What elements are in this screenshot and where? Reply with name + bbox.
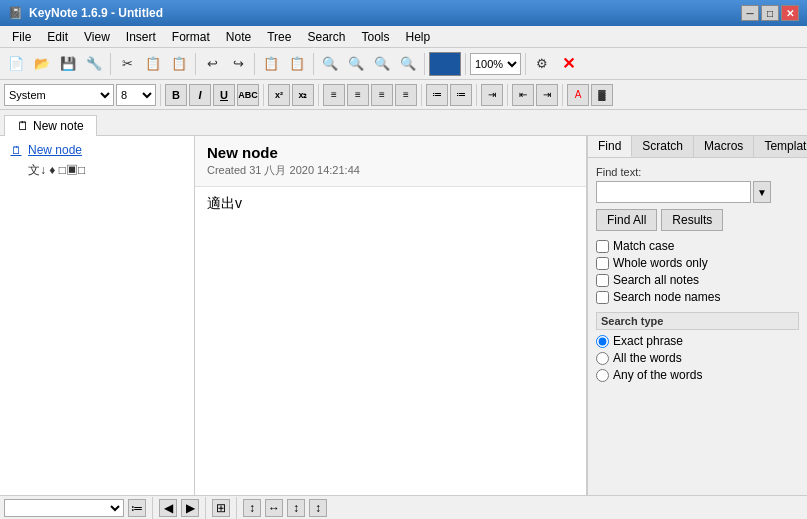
align-right-button[interactable]: ≡: [371, 84, 393, 106]
find4-button[interactable]: 🔍: [396, 52, 420, 76]
close-button[interactable]: ✕: [781, 5, 799, 21]
find3-button[interactable]: 🔍: [370, 52, 394, 76]
font-color-button[interactable]: A: [567, 84, 589, 106]
align-center-button[interactable]: ≡: [347, 84, 369, 106]
find-tab-find[interactable]: Find: [588, 136, 632, 157]
sep2: [195, 53, 196, 75]
tab-nav-button1[interactable]: ↕: [243, 499, 261, 517]
node-icon: 🗒: [8, 142, 24, 158]
toolbar-config-button[interactable]: ⚙: [530, 52, 554, 76]
find-tab-macros[interactable]: Macros: [694, 136, 754, 157]
properties-button[interactable]: 🔧: [82, 52, 106, 76]
indent-button2[interactable]: ⇤: [512, 84, 534, 106]
checkbox-search-all-notes: Search all notes: [596, 273, 799, 287]
nav-style-button[interactable]: ≔: [128, 499, 146, 517]
close-note-button[interactable]: ✕: [556, 52, 580, 76]
find-input[interactable]: [596, 181, 751, 203]
tab-grid-button[interactable]: ⊞: [212, 499, 230, 517]
tree-panel: 🗒 New node 文↓ ♦ □▣□: [0, 136, 195, 495]
menu-insert[interactable]: Insert: [118, 28, 164, 46]
redo-button[interactable]: ↪: [226, 52, 250, 76]
align-justify-button[interactable]: ≡: [395, 84, 417, 106]
checkbox-whole-words-label: Whole words only: [613, 256, 708, 270]
size-select[interactable]: 8: [116, 84, 156, 106]
menu-file[interactable]: File: [4, 28, 39, 46]
color-button[interactable]: [429, 52, 461, 76]
results-button[interactable]: Results: [661, 209, 723, 231]
menu-tools[interactable]: Tools: [353, 28, 397, 46]
copy-button[interactable]: 📋: [141, 52, 165, 76]
find-all-button[interactable]: Find All: [596, 209, 657, 231]
radio-exact-phrase-input[interactable]: [596, 335, 609, 348]
paste-button[interactable]: 📋: [167, 52, 191, 76]
strikethrough-button[interactable]: ABC: [237, 84, 259, 106]
save-button[interactable]: 💾: [56, 52, 80, 76]
cut-button[interactable]: ✂: [115, 52, 139, 76]
app-icon: 📓: [8, 6, 23, 20]
checkbox-match-case-input[interactable]: [596, 240, 609, 253]
indent-button3[interactable]: ⇥: [536, 84, 558, 106]
nav-left-button[interactable]: ◀: [159, 499, 177, 517]
tab-new-note[interactable]: 🗒 New note: [4, 115, 97, 136]
toolbar1: 📄 📂 💾 🔧 ✂ 📋 📋 ↩ ↪ 📋 📋 🔍 🔍 🔍 🔍 100% 75% 1…: [0, 48, 807, 80]
checkbox-search-all-notes-label: Search all notes: [613, 273, 699, 287]
find-tabs: Find Scratch Macros Templates ◀ ▶: [588, 136, 807, 158]
paste-special-button[interactable]: 📋: [259, 52, 283, 76]
tab-nav-button2[interactable]: ↔: [265, 499, 283, 517]
tree-node-new-node[interactable]: 🗒 New node: [4, 140, 190, 160]
bullet-list-button[interactable]: ≔: [426, 84, 448, 106]
sep-t2-4: [421, 84, 422, 106]
italic-button[interactable]: I: [189, 84, 211, 106]
radio-all-words-input[interactable]: [596, 352, 609, 365]
checkbox-search-node-names-label: Search node names: [613, 290, 720, 304]
find-tab-templates[interactable]: Templates: [754, 136, 807, 157]
tree-node-label: New node: [28, 143, 82, 157]
menu-note[interactable]: Note: [218, 28, 259, 46]
menu-search[interactable]: Search: [299, 28, 353, 46]
find-button[interactable]: 🔍: [318, 52, 342, 76]
note-title: New node: [207, 144, 574, 161]
new-button[interactable]: 📄: [4, 52, 28, 76]
find-tab-scratch[interactable]: Scratch: [632, 136, 694, 157]
checkbox-search-node-names-input[interactable]: [596, 291, 609, 304]
open-button[interactable]: 📂: [30, 52, 54, 76]
menu-edit[interactable]: Edit: [39, 28, 76, 46]
find2-button[interactable]: 🔍: [344, 52, 368, 76]
tab-nav-button3[interactable]: ↕: [287, 499, 305, 517]
maximize-button[interactable]: □: [761, 5, 779, 21]
menu-help[interactable]: Help: [398, 28, 439, 46]
subscript-button[interactable]: x₂: [292, 84, 314, 106]
numbered-list-button[interactable]: ≔: [450, 84, 472, 106]
radio-all-words: All the words: [596, 351, 799, 365]
sep-t2-5: [476, 84, 477, 106]
menu-tree[interactable]: Tree: [259, 28, 299, 46]
tab-nav-button4[interactable]: ↕: [309, 499, 327, 517]
note-body[interactable]: 適出v: [195, 187, 586, 221]
status-dropdown[interactable]: [4, 499, 124, 517]
font-select[interactable]: System: [4, 84, 114, 106]
toolbar2: System 8 B I U ABC x² x₂ ≡ ≡ ≡ ≡ ≔ ≔ ⇥ ⇤…: [0, 80, 807, 110]
arrow-annotation: [195, 187, 586, 221]
align-left-button[interactable]: ≡: [323, 84, 345, 106]
checkbox-search-all-notes-input[interactable]: [596, 274, 609, 287]
zoom-control[interactable]: 100% 75% 125%: [470, 53, 521, 75]
app-title: KeyNote 1.6.9 - Untitled: [29, 6, 163, 20]
nav-right-button[interactable]: ▶: [181, 499, 199, 517]
paste2-button[interactable]: 📋: [285, 52, 309, 76]
undo-button[interactable]: ↩: [200, 52, 224, 76]
window-controls: ─ □ ✕: [741, 5, 799, 21]
bold-button[interactable]: B: [165, 84, 187, 106]
zoom-select[interactable]: 100% 75% 125%: [470, 53, 521, 75]
checkbox-whole-words-input[interactable]: [596, 257, 609, 270]
menu-format[interactable]: Format: [164, 28, 218, 46]
superscript-button[interactable]: x²: [268, 84, 290, 106]
underline-button[interactable]: U: [213, 84, 235, 106]
checkbox-search-node-names: Search node names: [596, 290, 799, 304]
menu-view[interactable]: View: [76, 28, 118, 46]
indent-increase-button[interactable]: ⇥: [481, 84, 503, 106]
sep4: [313, 53, 314, 75]
minimize-button[interactable]: ─: [741, 5, 759, 21]
radio-any-words-input[interactable]: [596, 369, 609, 382]
find-dropdown-button[interactable]: ▼: [753, 181, 771, 203]
highlight-button[interactable]: ▓: [591, 84, 613, 106]
